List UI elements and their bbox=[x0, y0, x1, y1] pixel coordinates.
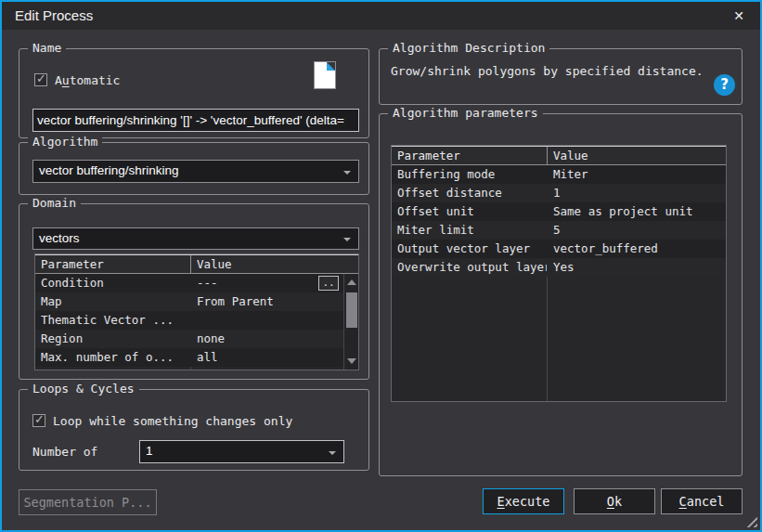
value-cell[interactable]: 1 bbox=[548, 184, 726, 202]
table-row[interactable]: Offset unit Same as project unit bbox=[392, 202, 726, 221]
table-row[interactable]: Overwrite output layer Yes bbox=[392, 258, 726, 277]
ok-button[interactable]: Ok bbox=[574, 488, 655, 514]
new-document-icon[interactable] bbox=[314, 61, 336, 89]
titlebar[interactable]: Edit Process ✕ bbox=[2, 2, 760, 30]
vertical-scrollbar[interactable] bbox=[343, 274, 358, 370]
value-cell[interactable] bbox=[191, 311, 342, 330]
param-cell: Max. number of o... bbox=[35, 348, 190, 367]
table-row[interactable]: Output vector layer vector_buffered bbox=[392, 240, 726, 258]
value-cell[interactable]: Yes bbox=[548, 258, 726, 277]
execute-button[interactable]: Execute bbox=[483, 488, 564, 514]
value-cell[interactable]: From Parent bbox=[191, 292, 342, 311]
param-header: Parameter bbox=[392, 147, 547, 164]
checkmark-icon: ✓ bbox=[36, 71, 46, 85]
domain-parameter-table: Parameter Value Condition --- .. Map Fro… bbox=[34, 253, 359, 370]
checkmark-icon: ✓ bbox=[34, 412, 45, 426]
value-cell[interactable]: --- bbox=[191, 274, 319, 292]
scroll-down-icon[interactable] bbox=[344, 354, 359, 369]
algorithm-description-group: Algorithm Description Grow/shrink polygo… bbox=[379, 48, 743, 105]
param-cell: Miter limit bbox=[392, 221, 547, 240]
number-of-label: Number of bbox=[32, 445, 97, 459]
table-row[interactable]: Condition --- .. bbox=[35, 274, 358, 292]
segmentation-button[interactable]: Segmentation P... bbox=[19, 489, 157, 515]
algorithm-group-caption: Algorithm bbox=[28, 135, 102, 149]
loop-while-checkbox[interactable]: ✓ bbox=[32, 414, 45, 427]
number-of-select[interactable]: 1 bbox=[139, 440, 344, 463]
param-cell: Thematic Vector ... bbox=[35, 311, 190, 330]
table-row[interactable]: Max. number of o... all bbox=[35, 348, 358, 367]
table-header: Parameter Value bbox=[392, 146, 726, 165]
algorithm-description-text: Grow/shrink polygons by specified distan… bbox=[391, 64, 704, 78]
resize-grip[interactable] bbox=[743, 513, 757, 527]
param-cell: Condition bbox=[35, 274, 190, 292]
close-icon[interactable]: ✕ bbox=[729, 6, 749, 25]
param-cell: Output vector layer bbox=[392, 240, 547, 258]
chevron-down-icon bbox=[343, 238, 351, 241]
table-row[interactable]: Thematic Vector ... bbox=[35, 311, 358, 330]
param-cell: Overwrite output layer bbox=[392, 258, 547, 277]
loops-cycles-group: Loops & Cycles ✓ Loop while something ch… bbox=[19, 389, 369, 471]
automatic-checkbox-label: Automatic bbox=[55, 73, 120, 87]
param-cell: Offset unit bbox=[392, 202, 547, 221]
algorithm-parameters-group: Algorithm parameters Parameter Value Buf… bbox=[379, 113, 743, 476]
param-header: Parameter bbox=[35, 255, 190, 273]
algorithm-parameters-table: Parameter Value Buffering mode Miter Off… bbox=[391, 145, 727, 402]
domain-group-caption: Domain bbox=[28, 196, 81, 210]
param-cell: Map bbox=[35, 292, 190, 311]
table-header: Parameter Value bbox=[35, 254, 358, 274]
value-cell[interactable]: Miter bbox=[548, 165, 726, 184]
table-row[interactable]: Map From Parent bbox=[35, 292, 358, 311]
edit-process-dialog: Edit Process ✕ Name ✓ Automatic vector b… bbox=[0, 0, 762, 532]
condition-ellipsis-button[interactable]: .. bbox=[318, 276, 339, 291]
value-cell[interactable]: none bbox=[191, 330, 342, 348]
algorithm-group: Algorithm vector buffering/shrinking bbox=[19, 142, 369, 195]
automatic-checkbox[interactable]: ✓ bbox=[34, 73, 47, 86]
table-row[interactable]: Buffering mode Miter bbox=[392, 165, 726, 184]
description-group-caption: Algorithm Description bbox=[388, 41, 549, 55]
value-header: Value bbox=[547, 147, 726, 164]
process-name-input[interactable]: vector buffering/shrinking '[]' -> 'vect… bbox=[32, 109, 359, 132]
value-cell[interactable]: 5 bbox=[548, 221, 726, 240]
algorithm-select[interactable]: vector buffering/shrinking bbox=[32, 160, 359, 183]
help-icon[interactable]: ? bbox=[714, 74, 735, 96]
chevron-down-icon bbox=[329, 451, 336, 455]
table-row[interactable]: Region none bbox=[35, 330, 358, 348]
value-cell[interactable]: Same as project unit bbox=[548, 202, 726, 221]
value-cell[interactable]: vector_buffered bbox=[548, 240, 726, 258]
value-cell[interactable]: all bbox=[191, 348, 342, 367]
parameters-group-caption: Algorithm parameters bbox=[388, 106, 543, 120]
param-cell: Buffering mode bbox=[392, 165, 547, 184]
value-header: Value bbox=[190, 255, 358, 273]
dialog-title: Edit Process bbox=[15, 7, 93, 23]
name-group-caption: Name bbox=[28, 41, 66, 55]
scrollbar-thumb[interactable] bbox=[346, 292, 357, 328]
loop-while-label: Loop while something changes only bbox=[53, 414, 292, 428]
domain-select[interactable]: vectors bbox=[32, 227, 359, 250]
domain-group: Domain vectors Parameter Value Condition… bbox=[19, 203, 369, 380]
name-group: Name ✓ Automatic vector buffering/shrink… bbox=[19, 48, 369, 138]
loops-group-caption: Loops & Cycles bbox=[28, 382, 139, 396]
scroll-up-icon[interactable] bbox=[344, 275, 359, 290]
table-row[interactable]: Miter limit 5 bbox=[392, 221, 726, 240]
param-cell: Region bbox=[35, 330, 190, 348]
cancel-button[interactable]: Cancel bbox=[661, 488, 743, 514]
table-row[interactable]: Offset distance 1 bbox=[392, 184, 726, 202]
chevron-down-icon bbox=[343, 171, 351, 175]
param-cell: Offset distance bbox=[392, 184, 547, 202]
